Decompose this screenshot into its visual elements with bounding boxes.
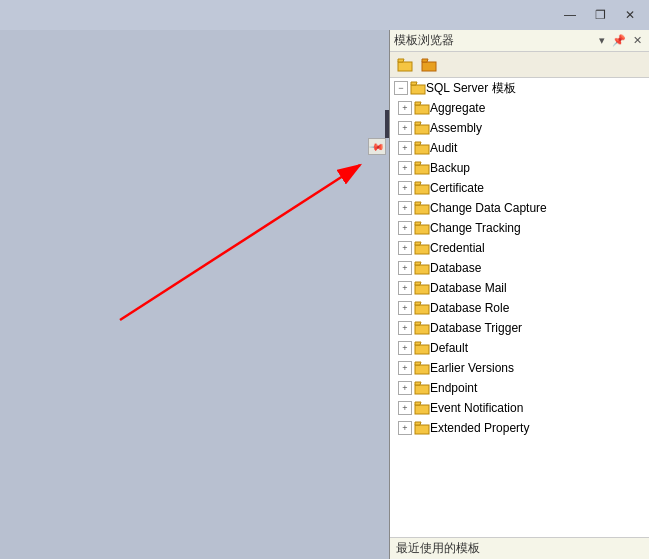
panel-title-controls: ▾ 📌 ✕ xyxy=(599,33,645,49)
folder-icon-earlier-versions xyxy=(414,361,430,375)
template-browser-panel: 模板浏览器 ▾ 📌 ✕ xyxy=(389,30,649,559)
svg-marker-15 xyxy=(415,182,421,185)
expand-default[interactable]: + xyxy=(398,341,412,355)
tree-root-item[interactable]: − SQL Server 模板 xyxy=(390,78,649,98)
svg-marker-37 xyxy=(415,402,421,405)
expand-event-notification[interactable]: + xyxy=(398,401,412,415)
tree-item-assembly[interactable]: + Assembly xyxy=(390,118,649,138)
svg-marker-25 xyxy=(415,282,421,285)
close-button[interactable]: ✕ xyxy=(615,5,645,25)
tree-item-change-data-capture[interactable]: + Change Data Capture xyxy=(390,198,649,218)
panel-bottombar: 最近使用的模板 xyxy=(390,537,649,559)
tree-item-database-role[interactable]: + Database Role xyxy=(390,298,649,318)
expand-backup[interactable]: + xyxy=(398,161,412,175)
tree-item-change-tracking[interactable]: + Change Tracking xyxy=(390,218,649,238)
svg-rect-14 xyxy=(415,185,429,194)
label-database-role: Database Role xyxy=(430,301,509,315)
svg-rect-18 xyxy=(415,225,429,234)
svg-rect-20 xyxy=(415,245,429,254)
svg-marker-11 xyxy=(415,142,421,145)
folder-icon-assembly xyxy=(414,121,430,135)
template-tree[interactable]: − SQL Server 模板 + Aggregate + xyxy=(390,78,649,537)
label-cdc: Change Data Capture xyxy=(430,201,547,215)
tree-item-endpoint[interactable]: + Endpoint xyxy=(390,378,649,398)
label-endpoint: Endpoint xyxy=(430,381,477,395)
expand-database-trigger[interactable]: + xyxy=(398,321,412,335)
panel-title: 模板浏览器 xyxy=(394,32,454,49)
label-extended-property: Extended Property xyxy=(430,421,529,435)
svg-rect-38 xyxy=(415,425,429,434)
tree-item-audit[interactable]: + Audit xyxy=(390,138,649,158)
expand-extended-property[interactable]: + xyxy=(398,421,412,435)
restore-button[interactable]: ❐ xyxy=(585,5,615,25)
svg-rect-26 xyxy=(415,305,429,314)
tree-item-extended-property[interactable]: + Extended Property xyxy=(390,418,649,438)
root-label: SQL Server 模板 xyxy=(426,80,516,97)
bottombar-label: 最近使用的模板 xyxy=(396,540,480,557)
svg-rect-32 xyxy=(415,365,429,374)
expand-endpoint[interactable]: + xyxy=(398,381,412,395)
minimize-button[interactable]: — xyxy=(555,5,585,25)
toolbar-btn-2[interactable] xyxy=(418,55,440,75)
expand-assembly[interactable]: + xyxy=(398,121,412,135)
label-database-mail: Database Mail xyxy=(430,281,507,295)
expand-credential[interactable]: + xyxy=(398,241,412,255)
folder-icon-database xyxy=(414,261,430,275)
pin-icon[interactable]: 📌 xyxy=(369,138,385,154)
svg-rect-8 xyxy=(415,125,429,134)
root-expand[interactable]: − xyxy=(394,81,408,95)
expand-earlier-versions[interactable]: + xyxy=(398,361,412,375)
folder-icon-cdc xyxy=(414,201,430,215)
tree-item-database-mail[interactable]: + Database Mail xyxy=(390,278,649,298)
svg-marker-33 xyxy=(415,362,421,365)
panel-toolbar xyxy=(390,52,649,78)
folder-icon-default xyxy=(414,341,430,355)
svg-rect-12 xyxy=(415,165,429,174)
folder-icon-database-role xyxy=(414,301,430,315)
tree-item-database[interactable]: + Database xyxy=(390,258,649,278)
tree-item-earlier-versions[interactable]: + Earlier Versions xyxy=(390,358,649,378)
expand-aggregate[interactable]: + xyxy=(398,101,412,115)
svg-rect-0 xyxy=(398,62,412,71)
expand-change-tracking[interactable]: + xyxy=(398,221,412,235)
expand-database[interactable]: + xyxy=(398,261,412,275)
expand-cdc[interactable]: + xyxy=(398,201,412,215)
label-certificate: Certificate xyxy=(430,181,484,195)
toolbar-btn-1[interactable] xyxy=(394,55,416,75)
pin-ctrl: ▾ xyxy=(599,34,605,47)
folder-icon-audit xyxy=(414,141,430,155)
tree-item-certificate[interactable]: + Certificate xyxy=(390,178,649,198)
label-change-tracking: Change Tracking xyxy=(430,221,521,235)
svg-marker-27 xyxy=(415,302,421,305)
svg-marker-21 xyxy=(415,242,421,245)
tree-item-credential[interactable]: + Credential xyxy=(390,238,649,258)
label-credential: Credential xyxy=(430,241,485,255)
tree-item-default[interactable]: + Default xyxy=(390,338,649,358)
label-earlier-versions: Earlier Versions xyxy=(430,361,514,375)
label-assembly: Assembly xyxy=(430,121,482,135)
tree-item-database-trigger[interactable]: + Database Trigger xyxy=(390,318,649,338)
svg-rect-2 xyxy=(422,62,436,71)
label-database-trigger: Database Trigger xyxy=(430,321,522,335)
tree-item-aggregate[interactable]: + Aggregate xyxy=(390,98,649,118)
root-folder-icon xyxy=(410,81,426,95)
pin-area[interactable]: 📌 xyxy=(368,138,386,155)
tree-item-event-notification[interactable]: + Event Notification xyxy=(390,398,649,418)
svg-marker-7 xyxy=(415,102,421,105)
svg-marker-31 xyxy=(415,342,421,345)
label-backup: Backup xyxy=(430,161,470,175)
expand-database-mail[interactable]: + xyxy=(398,281,412,295)
svg-rect-10 xyxy=(415,145,429,154)
svg-marker-13 xyxy=(415,162,421,165)
panel-pin-button[interactable]: 📌 xyxy=(611,33,627,49)
tree-item-backup[interactable]: + Backup xyxy=(390,158,649,178)
svg-marker-9 xyxy=(415,122,421,125)
folder-icon-backup xyxy=(414,161,430,175)
expand-certificate[interactable]: + xyxy=(398,181,412,195)
expand-audit[interactable]: + xyxy=(398,141,412,155)
label-database: Database xyxy=(430,261,481,275)
expand-database-role[interactable]: + xyxy=(398,301,412,315)
folder-icon-extended-property xyxy=(414,421,430,435)
panel-close-button[interactable]: ✕ xyxy=(629,33,645,49)
main-area: 📌 模板浏览器 ▾ 📌 ✕ xyxy=(0,30,649,559)
